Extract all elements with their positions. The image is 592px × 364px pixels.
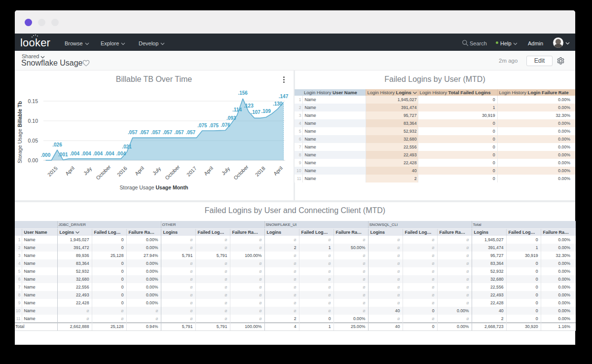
svg-text:October: October bbox=[164, 163, 181, 181]
svg-text:.004: .004 bbox=[105, 151, 114, 156]
svg-text:.057: .057 bbox=[128, 130, 138, 135]
svg-text:.026: .026 bbox=[52, 142, 62, 147]
svg-text:July: July bbox=[82, 165, 93, 176]
svg-text:.075: .075 bbox=[209, 123, 219, 128]
svg-text:.114: .114 bbox=[232, 107, 242, 112]
svg-text:.004: .004 bbox=[116, 151, 126, 156]
svg-text:.000: .000 bbox=[41, 152, 51, 158]
svg-text:2015: 2015 bbox=[46, 165, 59, 178]
svg-text:.156: .156 bbox=[238, 90, 248, 96]
svg-text:.057: .057 bbox=[151, 130, 161, 135]
svg-text:.109: .109 bbox=[261, 109, 271, 114]
svg-text:Storage Usage Billable Tb: Storage Usage Billable Tb bbox=[17, 101, 23, 163]
svg-text:.004: .004 bbox=[93, 151, 103, 156]
svg-text:.093: .093 bbox=[226, 115, 236, 121]
svg-text:October: October bbox=[232, 163, 250, 181]
svg-text:0.05: 0.05 bbox=[28, 138, 38, 144]
svg-text:.107: .107 bbox=[251, 109, 260, 115]
svg-text:.076: .076 bbox=[221, 122, 230, 128]
svg-text:2016: 2016 bbox=[116, 165, 128, 178]
svg-text:April: April bbox=[272, 165, 284, 177]
svg-text:.057: .057 bbox=[186, 130, 196, 135]
svg-text:July: July bbox=[220, 165, 231, 176]
svg-text:October: October bbox=[95, 163, 112, 181]
svg-text:July: July bbox=[151, 165, 162, 176]
svg-text:0.15: 0.15 bbox=[28, 98, 38, 104]
svg-text:.057: .057 bbox=[140, 130, 149, 135]
svg-text:.057: .057 bbox=[163, 130, 173, 135]
svg-text:.004: .004 bbox=[70, 151, 80, 156]
svg-text:.021: .021 bbox=[122, 144, 132, 149]
svg-text:2017: 2017 bbox=[185, 165, 198, 178]
svg-text:2018: 2018 bbox=[254, 165, 266, 178]
svg-text:0.10: 0.10 bbox=[28, 118, 38, 124]
svg-text:.130: .130 bbox=[273, 101, 283, 107]
svg-text:.001: .001 bbox=[58, 152, 68, 157]
svg-text:.123: .123 bbox=[244, 103, 254, 109]
svg-text:0.00: 0.00 bbox=[28, 157, 38, 163]
svg-text:April: April bbox=[203, 165, 214, 177]
svg-text:.075: .075 bbox=[197, 123, 207, 128]
svg-text:.057: .057 bbox=[174, 130, 184, 135]
svg-text:.004: .004 bbox=[81, 151, 91, 156]
svg-text:April: April bbox=[134, 165, 145, 177]
svg-text:Storage Usage Usage Month: Storage Usage Usage Month bbox=[120, 184, 188, 190]
svg-text:April: April bbox=[64, 165, 75, 177]
svg-text:.147: .147 bbox=[279, 94, 289, 99]
